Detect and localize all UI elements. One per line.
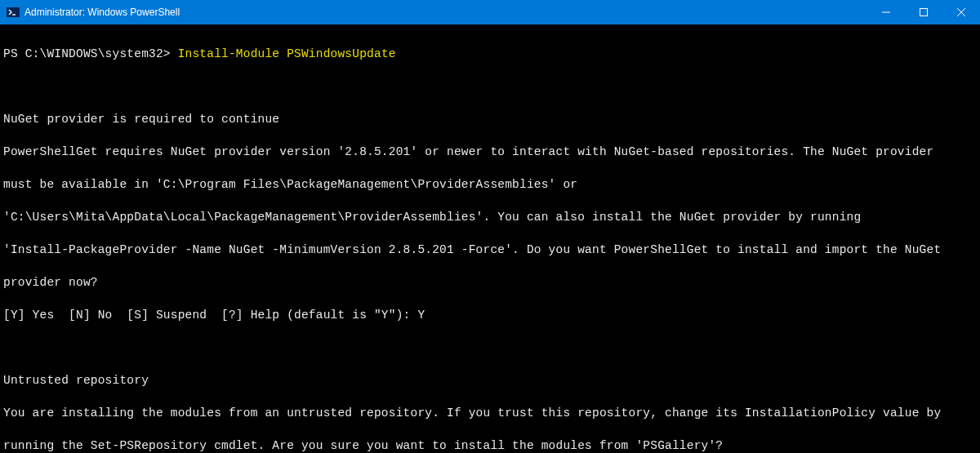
section-header: Untrusted repository <box>3 372 977 389</box>
output-line: provider now? <box>3 274 977 291</box>
powershell-icon <box>7 6 20 19</box>
output-line: You are installing the modules from an u… <box>3 405 977 421</box>
terminal-output[interactable]: PS C:\WINDOWS\system32> Install-Module P… <box>0 24 980 453</box>
close-button[interactable] <box>942 0 980 24</box>
svg-rect-0 <box>7 7 20 17</box>
output-line: running the Set-PSRepository cmdlet. Are… <box>3 437 977 453</box>
window-titlebar[interactable]: Administrator: Windows PowerShell <box>0 0 980 24</box>
prompt: PS C:\WINDOWS\system32> <box>3 47 171 60</box>
output-line: must be available in 'C:\Program Files\P… <box>3 176 977 193</box>
maximize-button[interactable] <box>905 0 942 24</box>
window-controls <box>867 0 980 24</box>
minimize-button[interactable] <box>867 0 905 24</box>
output-line: 'C:\Users\Mita\AppData\Local\PackageMana… <box>3 209 977 225</box>
prompt-choices: [Y] Yes [N] No [S] Suspend [?] Help (def… <box>3 307 977 323</box>
section-header: NuGet provider is required to continue <box>3 111 977 127</box>
command-text: Install-Module PSWindowsUpdate <box>178 47 396 60</box>
output-line: 'Install-PackageProvider -Name NuGet -Mi… <box>3 242 977 258</box>
output-line: PowerShellGet requires NuGet provider ve… <box>3 144 977 160</box>
window-title: Administrator: Windows PowerShell <box>24 7 867 18</box>
svg-rect-3 <box>920 9 928 16</box>
